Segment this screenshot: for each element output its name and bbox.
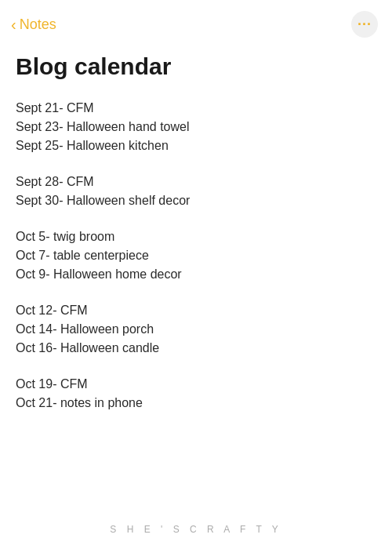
- note-line: Oct 5- twig broom: [16, 227, 376, 246]
- ellipsis-icon: ···: [358, 16, 372, 33]
- note-group-3: Oct 5- twig broomOct 7- table centerpiec…: [16, 227, 376, 284]
- note-line: Sept 21- CFM: [16, 99, 376, 118]
- note-line: Oct 16- Halloween candle: [16, 339, 376, 358]
- note-line: Sept 30- Halloween shelf decor: [16, 191, 376, 210]
- note-line: Oct 14- Halloween porch: [16, 320, 376, 339]
- note-line: Oct 12- CFM: [16, 301, 376, 320]
- more-button[interactable]: ···: [351, 11, 378, 38]
- note-line: Sept 25- Halloween kitchen: [16, 136, 376, 155]
- note-line: Oct 7- table centerpiece: [16, 246, 376, 265]
- note-group-5: Oct 19- CFMOct 21- notes in phone: [16, 375, 376, 413]
- note-group-2: Sept 28- CFMSept 30- Halloween shelf dec…: [16, 173, 376, 210]
- note-line: Sept 23- Halloween hand towel: [16, 118, 376, 136]
- content-area: Blog calendar Sept 21- CFMSept 23- Hallo…: [0, 45, 392, 445]
- page-title: Blog calendar: [16, 53, 376, 80]
- watermark: S H E ' S C R A F T Y: [0, 524, 392, 535]
- note-groups: Sept 21- CFMSept 23- Halloween hand towe…: [16, 99, 376, 413]
- back-label: Notes: [20, 16, 56, 33]
- chevron-left-icon: ‹: [11, 16, 16, 32]
- note-group-1: Sept 21- CFMSept 23- Halloween hand towe…: [16, 99, 376, 155]
- note-line: Oct 21- notes in phone: [16, 394, 376, 413]
- note-line: Sept 28- CFM: [16, 173, 376, 191]
- note-line: Oct 19- CFM: [16, 375, 376, 394]
- header: ‹ Notes ···: [0, 0, 392, 45]
- back-button[interactable]: ‹ Notes: [11, 16, 56, 33]
- note-group-4: Oct 12- CFMOct 14- Halloween porchOct 16…: [16, 301, 376, 358]
- note-line: Oct 9- Halloween home decor: [16, 265, 376, 284]
